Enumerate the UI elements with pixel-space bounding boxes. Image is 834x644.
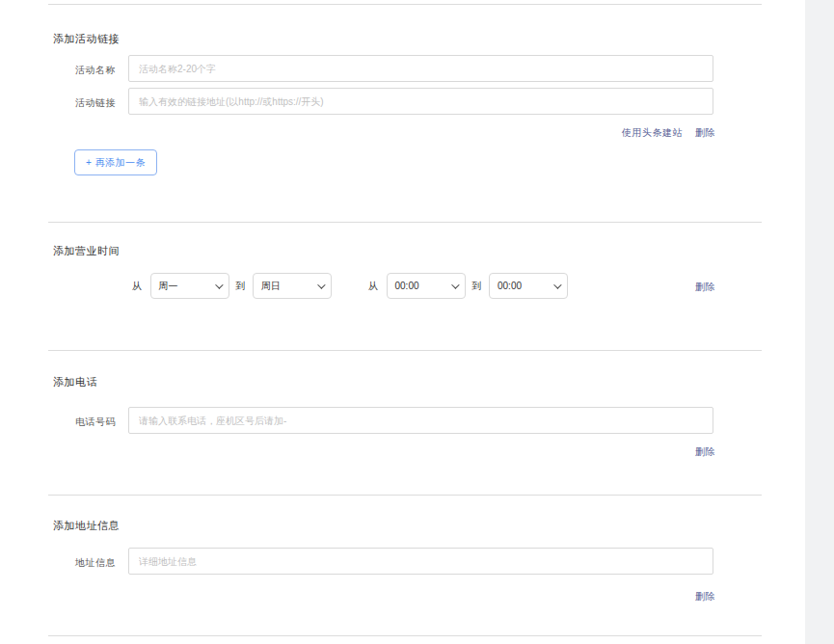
day-from-value: 周一	[159, 280, 178, 293]
section-title-phone: 添加电话	[53, 375, 97, 389]
chevron-down-icon	[317, 281, 325, 288]
page-background-strip	[805, 0, 834, 644]
business-info-form-page: 添加活动链接 活动名称 活动链接 使用头条建站 删除 + 再添加一条 添加营业时…	[0, 0, 834, 644]
business-hours-actions: 删除	[695, 281, 715, 294]
section-title-activity-link: 添加活动链接	[53, 32, 120, 46]
address-info-input[interactable]	[128, 548, 713, 575]
delete-activity-link[interactable]: 删除	[695, 126, 715, 140]
section-divider	[48, 222, 762, 223]
section-divider	[48, 350, 762, 351]
delete-phone-link[interactable]: 删除	[695, 445, 715, 459]
time-to-value: 00:00	[498, 281, 522, 291]
activity-name-input[interactable]	[128, 55, 713, 82]
delete-address-link[interactable]: 删除	[695, 590, 715, 604]
chevron-down-icon	[451, 281, 459, 288]
day-from-label: 从	[132, 280, 143, 293]
section-divider	[48, 635, 762, 636]
day-from-select[interactable]: 周一	[150, 273, 229, 299]
phone-number-input[interactable]	[128, 407, 713, 434]
day-to-value: 周日	[261, 280, 281, 293]
time-from-select[interactable]: 00:00	[387, 273, 466, 299]
activity-link-actions: 使用头条建站 删除	[622, 126, 715, 140]
day-to-select[interactable]: 周日	[253, 273, 332, 299]
chevron-down-icon	[215, 281, 223, 288]
address-info-label: 地址信息	[75, 556, 116, 570]
activity-url-input[interactable]	[128, 88, 713, 115]
activity-url-label: 活动链接	[75, 96, 116, 110]
address-actions: 删除	[695, 590, 715, 604]
add-another-item-button[interactable]: + 再添加一条	[74, 149, 157, 175]
time-to-label: 到	[472, 280, 483, 293]
chevron-down-icon	[553, 281, 561, 288]
section-divider	[48, 495, 762, 496]
phone-actions: 删除	[695, 445, 715, 459]
phone-number-label: 电话号码	[75, 416, 116, 429]
section-title-address: 添加地址信息	[53, 519, 120, 533]
section-divider	[48, 4, 762, 5]
day-to-label: 到	[236, 280, 247, 293]
time-from-label: 从	[368, 280, 379, 293]
activity-name-label: 活动名称	[75, 64, 116, 77]
time-from-value: 00:00	[395, 281, 419, 291]
time-to-select[interactable]: 00:00	[489, 273, 568, 299]
section-title-business-hours: 添加营业时间	[53, 244, 120, 258]
use-toutiao-sitebuilder-link[interactable]: 使用头条建站	[622, 126, 683, 140]
business-hours-row: 从 周一 到 周日 从 00:00 到 00:00	[132, 273, 568, 299]
delete-business-hours-link[interactable]: 删除	[695, 281, 715, 294]
